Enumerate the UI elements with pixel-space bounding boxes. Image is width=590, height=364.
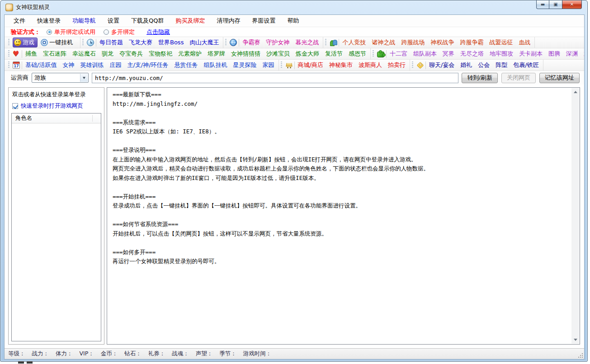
- toolbar-item[interactable]: 聊天/宴会: [429, 61, 454, 69]
- toolbar-item[interactable]: 捕鱼: [25, 50, 37, 58]
- url-action-button[interactable]: 转到/刷新: [462, 73, 498, 83]
- toolbar-item[interactable]: 基础/活跃值: [25, 61, 57, 69]
- scroll-down-icon[interactable]: [571, 336, 579, 344]
- toolbar-item[interactable]: 十二宫: [390, 50, 407, 58]
- toolbar-item[interactable]: 末日审判: [584, 50, 584, 58]
- verify-option[interactable]: 多开绑定: [104, 28, 135, 36]
- toolbar-item[interactable]: 飞龙大赛: [129, 38, 152, 47]
- toolbar-item[interactable]: 英雄训练: [80, 61, 104, 69]
- toolbar-grip-icon[interactable]: [325, 39, 326, 46]
- verify-option[interactable]: 单开绑定或试用: [47, 28, 95, 36]
- toolbar-item[interactable]: 星灵探险: [233, 61, 257, 69]
- toolbar-item[interactable]: 跨服争霸: [460, 38, 483, 47]
- toolbar-grip-icon[interactable]: [8, 50, 9, 57]
- toolbar-button[interactable]: 一键挂机: [39, 38, 76, 47]
- toolbar-item[interactable]: 战盟远征: [489, 38, 513, 47]
- menu-item[interactable]: 快速登录: [37, 17, 61, 25]
- toolbar-item[interactable]: 炼金大师: [296, 50, 319, 58]
- toolbar-item[interactable]: 血战: [519, 38, 530, 47]
- minimize-button[interactable]: ▬: [536, 0, 549, 9]
- titlebar[interactable]: 女神联盟精灵 ▬ ▣ ✕: [0, 0, 587, 14]
- url-action-button[interactable]: 关闭网页: [501, 73, 536, 83]
- toolbar-grip-icon[interactable]: [412, 61, 413, 69]
- toolbar-item[interactable]: 肉山大魔王: [189, 38, 219, 47]
- scroll-up-icon[interactable]: [571, 88, 579, 96]
- window-title: 女神联盟精灵: [16, 4, 50, 11]
- url-input[interactable]: [92, 73, 458, 83]
- toolbar-grip-icon[interactable]: [225, 39, 227, 46]
- checkbox-icon[interactable]: [12, 103, 18, 109]
- radio-icon[interactable]: [47, 29, 52, 35]
- toolbar-item[interactable]: 宝石迷阵: [43, 50, 66, 58]
- toolbar-item[interactable]: 世界Boss: [158, 38, 184, 47]
- toolbar-item[interactable]: 地牢围攻: [490, 50, 513, 58]
- toolbar-item[interactable]: 女神猜猜猜: [231, 50, 260, 58]
- toolbar-item[interactable]: 庄园: [109, 61, 121, 69]
- toolbar-item[interactable]: 组队副本: [413, 50, 437, 58]
- toolbar-item[interactable]: 图腾: [548, 50, 560, 58]
- toolbar-grip-icon[interactable]: [8, 61, 9, 69]
- toolbar-item[interactable]: 复活节: [325, 50, 343, 58]
- toolbar-item[interactable]: 公会: [478, 61, 490, 69]
- menu-item[interactable]: 购买及绑定: [175, 17, 205, 25]
- toolbar-item[interactable]: 波斯商人: [359, 61, 382, 69]
- url-action-button[interactable]: 记忆该网址: [539, 73, 580, 83]
- toolbar-item[interactable]: 冥界: [443, 50, 454, 58]
- toolbar-item[interactable]: 组队挂机: [204, 61, 227, 69]
- toolbar-item[interactable]: 每日答题: [99, 38, 123, 47]
- toolbar-item[interactable]: 沙滩宝贝: [266, 50, 290, 58]
- toolbar-item[interactable]: 争霸赛: [242, 38, 260, 47]
- toolbar-grip-icon[interactable]: [8, 39, 9, 46]
- toolbar-item[interactable]: 婚礼: [460, 61, 472, 69]
- operator-select[interactable]: 游族: [32, 73, 89, 83]
- toolbar-row: 基础/活跃值女神英雄训练庄园主/支/神/环任务悬赏任务组队挂机星灵探险家园: [5, 60, 584, 71]
- toolbar-item[interactable]: 个人竞技: [342, 38, 366, 47]
- toolbar-item[interactable]: 神权战争: [430, 38, 454, 47]
- toolbar-item[interactable]: 跨服战场: [401, 38, 425, 47]
- toolbar-item[interactable]: 阵型: [496, 61, 507, 69]
- toolbar-grip-icon[interactable]: [82, 39, 84, 46]
- toolbar-item[interactable]: 无尽之塔: [460, 50, 484, 58]
- radio-icon[interactable]: [104, 29, 109, 35]
- toolbar-item[interactable]: 包裹/铁匠: [513, 61, 538, 69]
- toolbar-item[interactable]: 守护女神: [266, 38, 289, 47]
- verify-option-label[interactable]: 单开绑定或试用: [54, 28, 95, 36]
- menu-item[interactable]: 清理内存: [217, 17, 240, 25]
- character-list[interactable]: 角色名: [11, 113, 101, 341]
- maximize-button[interactable]: ▣: [549, 0, 562, 9]
- toolbar-item[interactable]: 关卡副本: [519, 50, 543, 58]
- toolbar-item[interactable]: 暮光之战: [295, 38, 319, 47]
- toolbar-item[interactable]: 元素熔炉: [178, 50, 202, 58]
- menu-item[interactable]: 设置: [108, 17, 119, 25]
- menu-item[interactable]: 界面设置: [252, 17, 275, 25]
- toolbar-item[interactable]: 神秘集市: [329, 61, 353, 69]
- toolbar-item[interactable]: 主/支/神/环任务: [127, 61, 168, 69]
- toolbar-grip-icon[interactable]: [373, 50, 374, 57]
- toolbar-item[interactable]: 拍卖行: [388, 61, 406, 69]
- toolbar-item[interactable]: 宝物祭祀: [149, 50, 172, 58]
- menu-item[interactable]: 帮助: [287, 17, 299, 25]
- toolbar-item[interactable]: 家园: [263, 61, 274, 69]
- toolbar-item[interactable]: 深渊: [566, 50, 578, 58]
- toolbar-item[interactable]: 女神: [62, 61, 74, 69]
- menu-item[interactable]: 下载及QQ群: [131, 17, 164, 25]
- close-button[interactable]: ✕: [562, 0, 582, 9]
- toolbar-item[interactable]: 驯龙: [102, 50, 113, 58]
- toolbar-item[interactable]: 幸运魔石: [72, 50, 96, 58]
- toolbar-grip-icon[interactable]: [281, 61, 282, 69]
- resize-grip-icon[interactable]: [577, 352, 583, 358]
- menu-item[interactable]: 功能导航: [72, 17, 96, 25]
- toolbar-item[interactable]: 夺宝奇兵: [119, 50, 143, 58]
- toolbar-item[interactable]: 塔罗牌: [208, 50, 225, 58]
- toolbar-item[interactable]: 诸神之战: [372, 38, 395, 47]
- toolbar-item[interactable]: 商城/商店: [298, 61, 323, 69]
- toolbar-item[interactable]: 悬赏任务: [175, 61, 198, 69]
- hide-link[interactable]: 点击隐藏: [146, 28, 170, 36]
- checkbox-label[interactable]: 快速登录时打开游戏网页: [21, 102, 83, 110]
- verify-option-label[interactable]: 多开绑定: [111, 28, 135, 36]
- toolbar-item[interactable]: 感恩节: [349, 50, 366, 58]
- vertical-scrollbar[interactable]: [571, 88, 579, 344]
- menu-item[interactable]: 文件: [14, 17, 25, 25]
- chevron-down-icon[interactable]: [80, 74, 88, 82]
- toolbar-button[interactable]: 游戏: [13, 38, 38, 47]
